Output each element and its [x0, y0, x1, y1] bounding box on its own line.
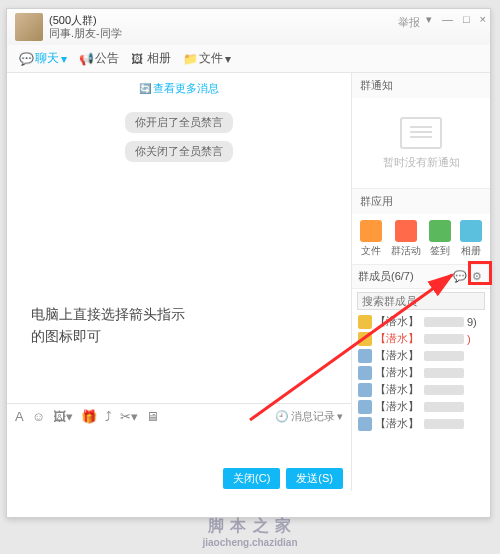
menu-icon[interactable]: ▾: [426, 13, 432, 26]
title-info: (500人群) 同事.朋友-同学: [49, 14, 122, 40]
members-title: 群成员(6/7): [358, 269, 414, 284]
gift-icon[interactable]: 🎁: [81, 409, 97, 424]
app-checkin[interactable]: 签到: [429, 220, 451, 258]
album-icon: 🖼: [131, 52, 145, 66]
member-avatar: [358, 417, 372, 431]
font-icon[interactable]: A: [15, 409, 24, 424]
chat-window: (500人群) 同事.朋友-同学 举报 ▾ — □ × 💬聊天▾ 📢公告 🖼相册…: [6, 8, 491, 518]
member-avatar: [358, 349, 372, 363]
app-activity[interactable]: 群活动: [391, 220, 421, 258]
chat-bubble-icon[interactable]: 💬: [453, 270, 467, 284]
titlebar: (500人群) 同事.朋友-同学 举报 ▾ — □ ×: [7, 9, 490, 45]
tab-files[interactable]: 📁文件▾: [179, 48, 235, 69]
folder-icon: 📁: [183, 52, 197, 66]
minimize-icon[interactable]: —: [442, 13, 453, 26]
watermark: 脚 本 之 家 jiaocheng.chazidian: [0, 516, 500, 548]
system-message: 你开启了全员禁言: [125, 112, 233, 133]
notice-title: 群通知: [352, 73, 490, 98]
image-icon[interactable]: 🖼▾: [53, 409, 73, 424]
emoji-icon[interactable]: ☺: [32, 409, 45, 424]
member-item[interactable]: 【潜水】: [354, 364, 488, 381]
files-icon: [360, 220, 382, 242]
bulletin-icon: 📢: [79, 52, 93, 66]
member-list: 【潜水】9)【潜水】)【潜水】【潜水】【潜水】【潜水】【潜水】: [352, 313, 490, 491]
report-link[interactable]: 举报: [398, 15, 420, 30]
group-name: 同事.朋友-同学: [49, 27, 122, 40]
member-item[interactable]: 【潜水】): [354, 330, 488, 347]
member-avatar: [358, 332, 372, 346]
member-search: [357, 292, 485, 310]
capture-icon[interactable]: 🖥: [146, 409, 159, 424]
window-controls: ▾ — □ ×: [426, 13, 486, 26]
notice-icon: [400, 117, 442, 149]
member-avatar: [358, 366, 372, 380]
checkin-icon: [429, 220, 451, 242]
app-album[interactable]: 相册: [460, 220, 482, 258]
maximize-icon[interactable]: □: [463, 13, 470, 26]
close-icon[interactable]: ×: [480, 13, 486, 26]
activity-icon: [395, 220, 417, 242]
editor-toolbar: A ☺ 🖼▾ 🎁 ⤴ ✂▾ 🖥 🕘消息记录▾: [7, 403, 351, 429]
member-avatar: [358, 383, 372, 397]
tab-chat[interactable]: 💬聊天▾: [15, 48, 71, 69]
main-toolbar: 💬聊天▾ 📢公告 🖼相册 📁文件▾: [7, 45, 490, 73]
system-message: 你关闭了全员禁言: [125, 141, 233, 162]
message-record[interactable]: 🕘消息记录▾: [275, 409, 343, 424]
member-item[interactable]: 【潜水】: [354, 415, 488, 432]
tab-bulletin[interactable]: 📢公告: [75, 48, 123, 69]
highlight-box: [468, 261, 492, 285]
close-button[interactable]: 关闭(C): [223, 468, 280, 489]
member-item[interactable]: 【潜水】: [354, 347, 488, 364]
member-item[interactable]: 【潜水】9): [354, 313, 488, 330]
notice-empty: 暂时没有新通知: [352, 98, 490, 188]
side-panel: 群通知 暂时没有新通知 群应用 文件 群活动 签到 相册 群成员(6/7) 💬: [352, 73, 490, 491]
annotation-text: 电脑上直接选择箭头指示 的图标即可: [31, 303, 185, 347]
notice-section: 群通知 暂时没有新通知: [352, 73, 490, 189]
upload-icon[interactable]: ⤴: [105, 409, 112, 424]
search-input[interactable]: [357, 292, 485, 310]
members-header: 群成员(6/7) 💬 ⚙: [352, 265, 490, 289]
member-item[interactable]: 【潜水】: [354, 398, 488, 415]
member-avatar: [358, 315, 372, 329]
chat-pane: 查看更多消息 你开启了全员禁言 你关闭了全员禁言 电脑上直接选择箭头指示 的图标…: [7, 73, 352, 491]
member-item[interactable]: 【潜水】: [354, 381, 488, 398]
apps-grid: 文件 群活动 签到 相册: [352, 214, 490, 264]
tab-album[interactable]: 🖼相册: [127, 48, 175, 69]
body: 查看更多消息 你开启了全员禁言 你关闭了全员禁言 电脑上直接选择箭头指示 的图标…: [7, 73, 490, 491]
apps-section: 群应用 文件 群活动 签到 相册: [352, 189, 490, 265]
app-files[interactable]: 文件: [360, 220, 382, 258]
album-icon: [460, 220, 482, 242]
group-avatar[interactable]: [15, 13, 43, 41]
apps-title: 群应用: [352, 189, 490, 214]
send-button[interactable]: 发送(S): [286, 468, 343, 489]
member-avatar: [358, 400, 372, 414]
cut-icon[interactable]: ✂▾: [120, 409, 138, 424]
chat-icon: 💬: [19, 52, 33, 66]
load-more[interactable]: 查看更多消息: [7, 73, 351, 104]
group-size: (500人群): [49, 14, 122, 27]
footer: 关闭(C) 发送(S): [7, 465, 351, 491]
message-input[interactable]: [7, 429, 351, 465]
